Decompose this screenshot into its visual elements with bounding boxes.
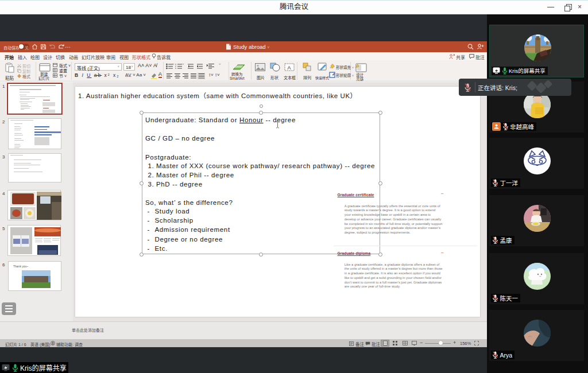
svg-text:A: A [288,65,291,71]
